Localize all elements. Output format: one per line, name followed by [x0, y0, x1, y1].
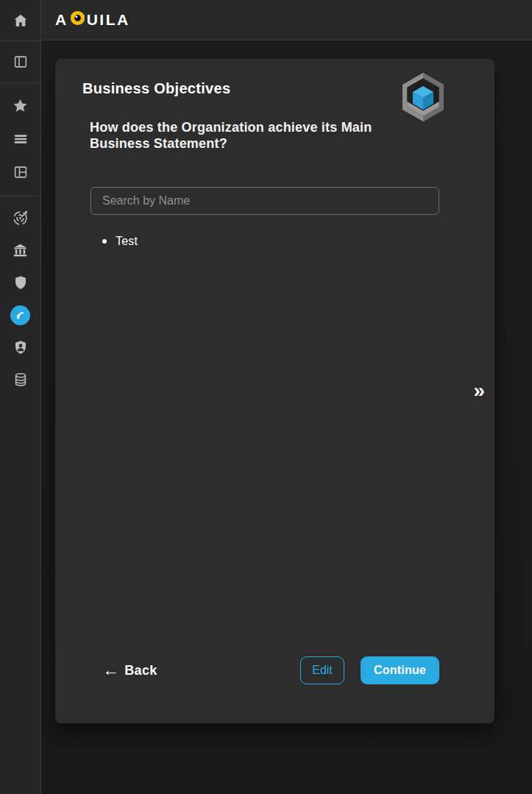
gauge-icon [10, 305, 30, 325]
sidebar-item-favorites[interactable] [0, 89, 40, 122]
sidebar-item-users[interactable] [0, 331, 40, 364]
list-item-label: Test [116, 235, 138, 248]
shield-icon [13, 274, 29, 291]
back-arrow-icon: ← [102, 662, 119, 678]
sidebar-item-menu[interactable] [0, 122, 40, 155]
objectives-list: Test [102, 234, 138, 249]
bullet-icon [102, 239, 107, 244]
sidebar-item-dashboard-active[interactable] [0, 299, 40, 331]
list-item[interactable]: Test [102, 234, 138, 249]
database-icon [13, 372, 29, 388]
page-title: Business Objectives [82, 79, 230, 97]
board-layout-icon [13, 164, 29, 180]
brand-suffix: UILA [87, 11, 130, 29]
search-input[interactable] [91, 187, 439, 215]
edit-button[interactable]: Edit [300, 656, 344, 684]
menu-icon [12, 130, 29, 148]
bank-icon [12, 242, 29, 259]
business-objectives-card: Business Objectives How does the Organiz… [55, 59, 494, 723]
sidebar-item-home[interactable] [0, 0, 40, 40]
sidebar-item-organization[interactable] [0, 234, 40, 266]
continue-button[interactable]: Continue [361, 656, 439, 684]
chevrons-right-icon: » [473, 379, 485, 402]
cube-logo-icon [400, 71, 447, 126]
app-root: { "brand": { "prefix": "A", "suffix": "U… [0, 0, 532, 794]
sidebar-item-boards[interactable] [0, 155, 40, 188]
expand-panel-button[interactable]: » [473, 381, 485, 402]
sidebar-item-panels[interactable] [0, 41, 40, 82]
sidebar-item-security[interactable] [0, 266, 40, 299]
aquila-eye-icon [69, 10, 86, 30]
sidebar-item-data[interactable] [0, 364, 40, 396]
main-content: Business Objectives How does the Organiz… [41, 41, 532, 794]
brand-logo[interactable]: A UILA [55, 10, 130, 30]
star-icon [12, 97, 29, 114]
question-text: How does the Organization achieve its Ma… [90, 119, 428, 152]
back-label: Back [124, 663, 157, 678]
top-header: A UILA [41, 0, 532, 40]
side-panel-icon [13, 54, 29, 70]
home-icon [13, 13, 29, 29]
target-icon [12, 209, 29, 227]
back-button[interactable]: ← Back [102, 656, 157, 684]
sidebar [0, 0, 41, 794]
sidebar-item-objectives[interactable] [0, 202, 40, 234]
user-shield-icon [13, 339, 29, 355]
brand-prefix: A [55, 11, 68, 29]
